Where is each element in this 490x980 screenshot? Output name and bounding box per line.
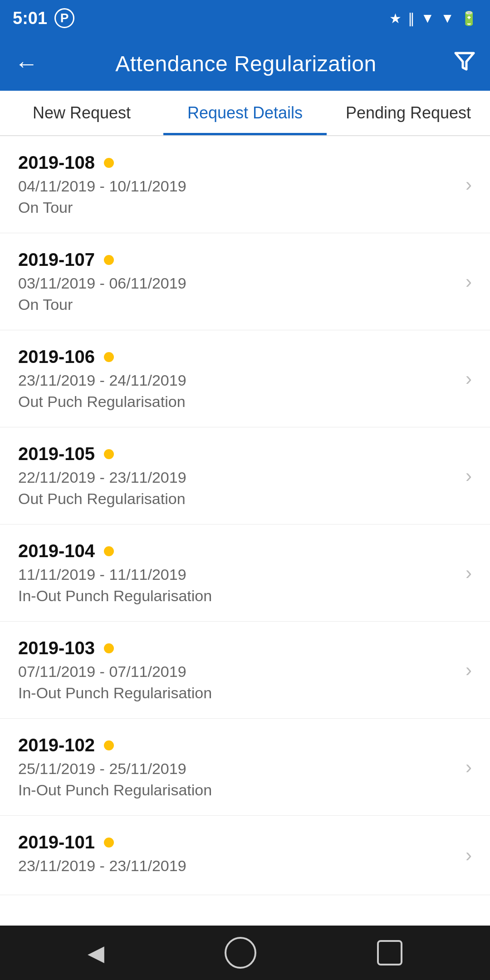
- bottom-nav: ◀: [0, 926, 490, 980]
- status-time: 5:01: [13, 9, 47, 28]
- chevron-right-icon: ›: [466, 844, 472, 866]
- back-button[interactable]: ←: [15, 50, 38, 77]
- request-date: 04/11/2019 - 10/11/2019: [18, 177, 456, 195]
- request-type: On Tour: [18, 296, 456, 314]
- request-id-row: 2019-108: [18, 152, 456, 173]
- home-circle: [225, 937, 256, 969]
- wifi-icon: ▼: [441, 10, 454, 26]
- request-item[interactable]: 2019-103 07/11/2019 - 07/11/2019 In-Out …: [0, 622, 490, 719]
- status-bar-left: 5:01 P: [13, 8, 74, 28]
- top-nav: ← Attendance Regularization: [0, 36, 490, 91]
- request-id-row: 2019-101: [18, 832, 456, 853]
- chevron-right-icon: ›: [466, 465, 472, 487]
- chevron-right-icon: ›: [466, 756, 472, 778]
- request-item-content: 2019-106 23/11/2019 - 24/11/2019 Out Puc…: [18, 347, 456, 411]
- request-id-row: 2019-102: [18, 735, 456, 755]
- chevron-right-icon: ›: [466, 562, 472, 584]
- request-item-content: 2019-108 04/11/2019 - 10/11/2019 On Tour: [18, 152, 456, 216]
- request-item-content: 2019-105 22/11/2019 - 23/11/2019 Out Puc…: [18, 444, 456, 508]
- request-list: 2019-108 04/11/2019 - 10/11/2019 On Tour…: [0, 136, 490, 926]
- request-item[interactable]: 2019-107 03/11/2019 - 06/11/2019 On Tour…: [0, 233, 490, 330]
- chevron-right-icon: ›: [466, 174, 472, 196]
- request-item-content: 2019-103 07/11/2019 - 07/11/2019 In-Out …: [18, 638, 456, 702]
- chevron-right-icon: ›: [466, 368, 472, 390]
- request-id: 2019-102: [18, 735, 95, 755]
- status-dot: [104, 449, 114, 459]
- back-nav-button[interactable]: ◀: [88, 940, 104, 965]
- status-dot: [104, 740, 114, 750]
- request-id-row: 2019-106: [18, 347, 456, 367]
- request-id: 2019-107: [18, 250, 95, 270]
- request-type: In-Out Punch Regularisation: [18, 781, 456, 799]
- request-date: 23/11/2019 - 24/11/2019: [18, 372, 456, 389]
- battery-icon: 🔋: [461, 10, 477, 26]
- status-bar: 5:01 P ★ ‖ ▼ ▼ 🔋: [0, 0, 490, 36]
- request-item[interactable]: 2019-108 04/11/2019 - 10/11/2019 On Tour…: [0, 136, 490, 233]
- recent-square: [377, 940, 402, 965]
- request-id-row: 2019-103: [18, 638, 456, 658]
- request-id-row: 2019-107: [18, 250, 456, 270]
- request-type: Out Puch Regularisation: [18, 490, 456, 508]
- status-dot: [104, 838, 114, 848]
- request-id: 2019-101: [18, 832, 95, 853]
- request-item-content: 2019-102 25/11/2019 - 25/11/2019 In-Out …: [18, 735, 456, 799]
- request-item[interactable]: 2019-102 25/11/2019 - 25/11/2019 In-Out …: [0, 719, 490, 816]
- bluetooth-icon: ★: [389, 10, 402, 26]
- request-id: 2019-105: [18, 444, 95, 464]
- request-id: 2019-108: [18, 152, 95, 173]
- tab-pending-request[interactable]: Pending Request: [327, 91, 490, 135]
- signal-icon: ▼: [421, 10, 435, 26]
- status-dot: [104, 546, 114, 556]
- request-item-content: 2019-104 11/11/2019 - 11/11/2019 In-Out …: [18, 541, 456, 605]
- request-item-content: 2019-107 03/11/2019 - 06/11/2019 On Tour: [18, 250, 456, 314]
- request-item[interactable]: 2019-105 22/11/2019 - 23/11/2019 Out Puc…: [0, 427, 490, 524]
- request-date: 22/11/2019 - 23/11/2019: [18, 469, 456, 486]
- svg-marker-0: [456, 53, 474, 69]
- parking-icon: P: [54, 8, 74, 28]
- request-item[interactable]: 2019-104 11/11/2019 - 11/11/2019 In-Out …: [0, 524, 490, 622]
- vibrate-icon: ‖: [408, 10, 415, 26]
- request-date: 11/11/2019 - 11/11/2019: [18, 566, 456, 583]
- request-item[interactable]: 2019-106 23/11/2019 - 24/11/2019 Out Puc…: [0, 330, 490, 427]
- chevron-right-icon: ›: [466, 659, 472, 681]
- request-id: 2019-103: [18, 638, 95, 658]
- request-type: On Tour: [18, 199, 456, 216]
- chevron-right-icon: ›: [466, 271, 472, 293]
- request-item[interactable]: 2019-101 23/11/2019 - 23/11/2019 ›: [0, 816, 490, 895]
- request-date: 07/11/2019 - 07/11/2019: [18, 663, 456, 681]
- request-id: 2019-106: [18, 347, 95, 367]
- tab-new-request[interactable]: New Request: [0, 91, 163, 135]
- status-dot: [104, 255, 114, 265]
- request-id-row: 2019-104: [18, 541, 456, 561]
- status-dot: [104, 158, 114, 168]
- tab-bar: New Request Request Details Pending Requ…: [0, 91, 490, 136]
- status-bar-right: ★ ‖ ▼ ▼ 🔋: [389, 10, 477, 26]
- home-nav-button[interactable]: [225, 937, 256, 969]
- status-dot: [104, 352, 114, 362]
- recent-nav-button[interactable]: [377, 940, 402, 965]
- filter-button[interactable]: [454, 50, 475, 77]
- request-item-content: 2019-101 23/11/2019 - 23/11/2019: [18, 832, 456, 878]
- request-id: 2019-104: [18, 541, 95, 561]
- request-type: In-Out Punch Regularisation: [18, 587, 456, 605]
- request-type: In-Out Punch Regularisation: [18, 684, 456, 702]
- request-id-row: 2019-105: [18, 444, 456, 464]
- request-date: 25/11/2019 - 25/11/2019: [18, 760, 456, 778]
- tab-request-details[interactable]: Request Details: [163, 91, 327, 135]
- request-date: 23/11/2019 - 23/11/2019: [18, 857, 456, 875]
- page-title: Attendance Regularization: [115, 51, 377, 76]
- request-date: 03/11/2019 - 06/11/2019: [18, 274, 456, 292]
- request-type: Out Puch Regularisation: [18, 393, 456, 411]
- status-dot: [104, 643, 114, 653]
